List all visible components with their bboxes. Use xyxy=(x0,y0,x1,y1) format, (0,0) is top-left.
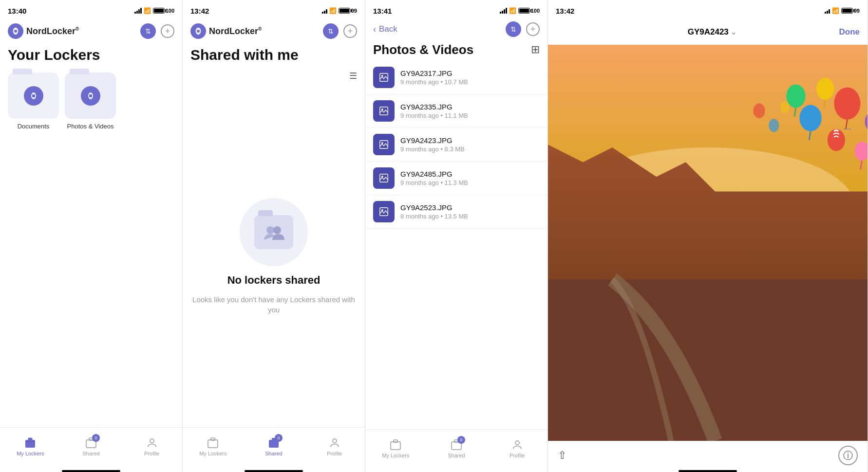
tab-profile-3[interactable]: Profile xyxy=(503,438,532,458)
add-button-1[interactable]: + xyxy=(161,24,174,38)
tab-icon-my-lockers-3 xyxy=(389,438,402,452)
file-icon-4 xyxy=(373,201,395,222)
file-icon-2 xyxy=(373,134,395,155)
file-meta-2: 9 months ago • 8.3 MB xyxy=(400,145,540,153)
file-info-2: GY9A2423.JPG 9 months ago • 8.3 MB xyxy=(400,136,540,153)
tab-label-shared-2: Shared xyxy=(265,451,282,456)
locker-documents[interactable]: Documents xyxy=(8,73,59,130)
svg-point-44 xyxy=(769,119,779,132)
tab-my-lockers-1[interactable]: My Lockers xyxy=(16,436,45,456)
back-button[interactable]: Back xyxy=(379,24,397,34)
grid-view-icon[interactable]: ⊞ xyxy=(531,43,540,56)
sync-button-1[interactable]: ⇅ xyxy=(140,23,156,39)
home-indicator-1 xyxy=(62,470,120,472)
battery-body-2 xyxy=(339,8,350,14)
nav-actions-3: ⇅ + xyxy=(506,21,540,37)
tab-profile-1[interactable]: Profile xyxy=(137,436,167,456)
tab-icon-shared-1: 0 xyxy=(84,436,98,450)
battery-fill-3 xyxy=(519,9,529,13)
file-icon-0 xyxy=(373,67,395,88)
tab-label-my-lockers-1: My Lockers xyxy=(17,451,44,456)
file-title: GY9A2423 xyxy=(688,27,729,37)
image-canvas xyxy=(548,45,868,441)
landscape-svg xyxy=(548,45,868,441)
status-bar-1: 13:40 📶 100 xyxy=(0,0,182,19)
file-item-3[interactable]: GY9A2485.JPG 9 months ago • 11.3 MB xyxy=(365,162,547,195)
svg-rect-2 xyxy=(25,440,35,448)
nav-actions-1: ⇅ + xyxy=(140,23,174,39)
list-view-icon[interactable]: ☰ xyxy=(349,71,357,81)
folder-icon-photos xyxy=(81,86,100,106)
file-icon-3 xyxy=(373,167,395,189)
svg-point-21 xyxy=(381,176,383,178)
nl-icon-1 xyxy=(8,23,23,39)
nav-bar-2: NordLocker® ⇅ + xyxy=(183,19,365,45)
svg-point-33 xyxy=(834,87,860,119)
tab-my-lockers-3[interactable]: My Lockers xyxy=(381,438,410,458)
nav-actions-2: ⇅ + xyxy=(323,23,357,39)
tab-icon-my-lockers-1 xyxy=(23,436,37,450)
svg-rect-9 xyxy=(208,440,218,448)
file-meta-4: 8 months ago • 13.5 MB xyxy=(400,213,540,220)
tab-icon-profile-1 xyxy=(145,436,159,450)
file-name-2: GY9A2423.JPG xyxy=(400,136,540,145)
file-meta-3: 9 months ago • 11.3 MB xyxy=(400,179,540,186)
tab-label-my-lockers-3: My Lockers xyxy=(382,453,409,458)
file-name-1: GY9A2335.JPG xyxy=(400,103,540,111)
tab-icon-profile-3 xyxy=(510,438,524,452)
tab-shared-1[interactable]: 0 Shared xyxy=(76,436,106,456)
status-bar-4: 13:42 📶 99 xyxy=(548,0,868,19)
nordlocker-logo-1: NordLocker® xyxy=(8,23,79,39)
time-1: 13:40 xyxy=(8,7,26,15)
shared-folder-visual xyxy=(254,215,293,249)
done-button[interactable]: Done xyxy=(839,27,860,37)
file-info-0: GY9A2317.JPG 9 months ago • 10.7 MB xyxy=(400,69,540,86)
file-item-1[interactable]: GY9A2335.JPG 9 months ago • 11.1 MB xyxy=(365,94,547,128)
wifi-icon-4: 📶 xyxy=(832,7,839,14)
content-area-1: Documents Photos & Videos xyxy=(0,69,182,427)
battery-1: 100 xyxy=(153,8,174,14)
tab-my-lockers-2[interactable]: My Lockers xyxy=(198,436,227,456)
add-button-2[interactable]: + xyxy=(343,24,357,38)
time-3: 13:41 xyxy=(373,7,392,15)
signal-icon-3 xyxy=(500,8,507,14)
locker-folder-photos xyxy=(65,73,116,119)
home-indicator-2 xyxy=(245,470,303,472)
file-item-0[interactable]: GY9A2317.JPG 9 months ago • 10.7 MB xyxy=(365,61,547,94)
tab-icon-shared-2: 0 xyxy=(267,436,281,450)
svg-rect-25 xyxy=(394,440,397,442)
battery-fill-2 xyxy=(340,9,349,13)
nl-icon-2 xyxy=(190,23,206,39)
page-title-3: Photos & Videos xyxy=(373,43,473,57)
file-meta-1: 9 months ago • 11.1 MB xyxy=(400,112,540,119)
battery-text-1: 100 xyxy=(166,8,174,14)
info-circle-button[interactable]: ⓘ xyxy=(838,446,858,465)
wifi-icon-3: 📶 xyxy=(509,7,516,14)
file-info-1: GY9A2335.JPG 9 months ago • 11.1 MB xyxy=(400,103,540,119)
tab-profile-2[interactable]: Profile xyxy=(320,436,349,456)
battery-3: 100 xyxy=(518,8,540,14)
sync-button-2[interactable]: ⇅ xyxy=(323,23,339,39)
battery-text-4: 99 xyxy=(854,8,860,14)
share-icon[interactable]: ⇧ xyxy=(558,449,566,462)
back-arrow[interactable]: ‹ xyxy=(373,24,376,35)
tab-icon-shared-3: 0 xyxy=(450,438,463,452)
file-item-4[interactable]: GY9A2523.JPG 8 months ago • 13.5 MB xyxy=(365,195,547,229)
app-name-2: NordLocker® xyxy=(209,26,262,36)
svg-point-23 xyxy=(381,209,383,211)
file-item-2[interactable]: GY9A2423.JPG 9 months ago • 8.3 MB xyxy=(365,128,547,162)
tab-bar-1: My Lockers 0 Shared Profile xyxy=(0,427,182,470)
time-2: 13:42 xyxy=(190,7,209,15)
add-button-3[interactable]: + xyxy=(526,22,540,36)
svg-point-42 xyxy=(828,129,845,151)
svg-rect-10 xyxy=(211,438,215,440)
panel-image-viewer: 13:42 📶 99 GY9A2423 ⌄ Done xyxy=(548,0,868,472)
tab-shared-2[interactable]: 0 Shared xyxy=(259,436,288,456)
file-info-4: GY9A2523.JPG 8 months ago • 13.5 MB xyxy=(400,203,540,220)
svg-rect-1 xyxy=(89,94,92,97)
status-icons-2: 📶 99 xyxy=(322,7,357,14)
battery-fill-4 xyxy=(842,9,852,13)
tab-shared-3[interactable]: 0 Shared xyxy=(442,438,471,458)
locker-photos[interactable]: Photos & Videos xyxy=(65,73,116,130)
sync-button-3[interactable]: ⇅ xyxy=(506,21,521,37)
